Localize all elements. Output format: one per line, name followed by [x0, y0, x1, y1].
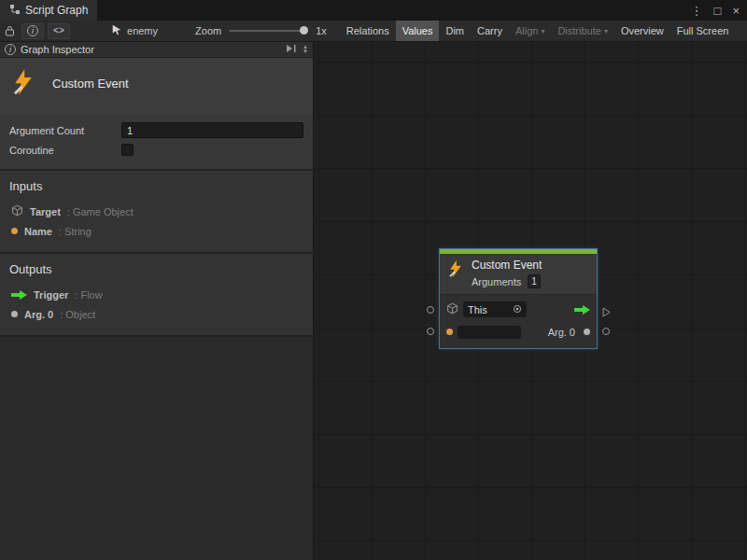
values-label: Values	[402, 25, 433, 36]
string-port-icon	[11, 228, 18, 234]
coroutine-checkbox[interactable]	[121, 144, 134, 156]
chevron-down-icon: ▾	[541, 27, 544, 35]
object-port-icon	[11, 311, 18, 317]
collapse-panel-icon[interactable]	[286, 44, 297, 55]
inspector-empty-area	[0, 335, 313, 560]
graph-inspector-panel: i Graph Inspector ▲ ▼	[0, 42, 314, 560]
relations-label: Relations	[346, 25, 389, 36]
align-dropdown[interactable]: Align ▾	[509, 21, 551, 41]
chevron-down-icon: ▾	[604, 27, 608, 35]
list-item: Target : Game Object	[9, 202, 303, 221]
port-type: : Game Object	[67, 206, 134, 217]
tab-title: Script Graph	[25, 4, 88, 17]
list-item: Trigger : Flow	[9, 285, 303, 304]
argument-count-input[interactable]	[121, 122, 303, 138]
flow-arrow-icon	[11, 290, 27, 300]
port-name: Target	[30, 206, 61, 217]
input-port-target[interactable]	[427, 306, 434, 314]
cube-icon	[11, 204, 23, 218]
cube-icon	[446, 302, 458, 316]
coroutine-row: Coroutine	[9, 140, 303, 160]
graph-inspector-title: Graph Inspector	[21, 44, 94, 55]
target-object-value: This	[468, 304, 509, 315]
zoom-value: 1x	[316, 25, 327, 36]
node-arguments-label: Arguments	[472, 276, 521, 287]
distribute-dropdown[interactable]: Distribute ▾	[551, 21, 613, 41]
trigger-port-icon[interactable]	[574, 305, 590, 315]
overview-label: Overview	[621, 25, 664, 36]
graph-toolbar: i <> enemy Zoom 1x Relations Values Dim …	[0, 21, 747, 42]
info-icon: i	[5, 44, 16, 55]
info-icon: i	[27, 25, 38, 36]
coroutine-label: Coroutine	[9, 145, 121, 156]
list-item: Arg. 0 : Object	[9, 304, 303, 324]
graph-inspector-header: i Graph Inspector ▲ ▼	[0, 42, 313, 58]
arg0-label: Arg. 0	[548, 327, 575, 338]
tab-script-graph[interactable]: Script Graph	[0, 0, 97, 21]
code-view-button[interactable]: <>	[48, 23, 70, 39]
inspector-node-title: Custom Event	[52, 77, 129, 91]
node-arguments-field[interactable]: 1	[528, 274, 541, 288]
graph-pointer-icon	[111, 24, 122, 37]
node-header[interactable]: Custom Event Arguments 1	[440, 254, 597, 294]
outputs-title: Outputs	[9, 262, 303, 276]
inspector-toggle-button[interactable]: i	[21, 23, 44, 39]
relations-button[interactable]: Relations	[340, 21, 396, 41]
arg0-port-icon[interactable]	[584, 329, 590, 335]
maximize-icon[interactable]: □	[714, 4, 722, 18]
event-name-field[interactable]	[458, 326, 521, 339]
zoom-control: Zoom 1x	[195, 25, 327, 36]
code-icon: <>	[53, 26, 64, 36]
window-menu-icon[interactable]: ⋮	[691, 4, 703, 18]
lock-icon[interactable]	[0, 21, 20, 41]
object-picker-icon[interactable]	[513, 304, 522, 315]
list-item: Name : String	[9, 221, 303, 241]
node-fields: Argument Count Coroutine	[0, 114, 313, 169]
custom-event-node[interactable]: Custom Event Arguments 1 This	[440, 249, 597, 348]
dim-label: Dim	[445, 25, 464, 36]
port-type: : Object	[60, 309, 95, 320]
graph-target-label: enemy	[127, 25, 158, 36]
close-icon[interactable]: ×	[732, 4, 740, 18]
target-port-row: This	[446, 301, 590, 317]
zoom-label: Zoom	[195, 25, 221, 36]
carry-label: Carry	[477, 25, 502, 36]
unity-script-graph-window: Script Graph ⋮ □ × i <> enemy Zoom	[0, 0, 747, 560]
inputs-title: Inputs	[9, 179, 303, 193]
node-body: This Arg. 0	[440, 294, 597, 348]
script-graph-icon	[9, 4, 21, 18]
output-port-arg0[interactable]	[602, 328, 610, 335]
name-port-row: Arg. 0	[446, 324, 590, 340]
zoom-slider-thumb[interactable]	[300, 26, 308, 35]
custom-event-icon	[9, 68, 37, 98]
input-port-name[interactable]	[427, 328, 434, 335]
panel-scrubber[interactable]: ▲ ▼	[303, 45, 308, 54]
node-title: Custom Event	[472, 259, 542, 272]
port-name: Arg. 0	[24, 309, 53, 320]
port-type: : Flow	[75, 289, 102, 301]
port-type: : String	[59, 226, 92, 237]
target-object-field[interactable]: This	[463, 301, 527, 317]
graph-canvas[interactable]: Custom Event Arguments 1 This	[314, 42, 747, 560]
outputs-section: Outputs Trigger : Flow Arg. 0 : Object	[0, 252, 313, 335]
graph-target[interactable]: enemy	[111, 24, 158, 37]
spinner-down-icon[interactable]: ▼	[303, 49, 308, 54]
align-label: Align	[515, 25, 538, 36]
carry-button[interactable]: Carry	[471, 21, 509, 41]
fullscreen-label: Full Screen	[677, 25, 729, 36]
overview-button[interactable]: Overview	[614, 21, 670, 41]
custom-event-icon	[446, 259, 465, 288]
argument-count-row: Argument Count	[9, 120, 303, 140]
string-port-icon	[446, 329, 453, 335]
values-button[interactable]: Values	[396, 21, 440, 41]
distribute-label: Distribute	[557, 25, 600, 36]
zoom-slider[interactable]	[229, 30, 308, 32]
titlebar: Script Graph ⋮ □ ×	[0, 0, 747, 21]
port-name: Name	[24, 226, 52, 237]
output-port-trigger[interactable]	[602, 304, 611, 321]
inputs-section: Inputs Target : Game Object Name : Strin…	[0, 169, 313, 252]
fullscreen-button[interactable]: Full Screen	[670, 21, 736, 41]
dim-button[interactable]: Dim	[439, 21, 471, 41]
toolbar-buttons: Relations Values Dim Carry Align ▾ Distr…	[340, 21, 736, 41]
argument-count-label: Argument Count	[9, 125, 121, 136]
